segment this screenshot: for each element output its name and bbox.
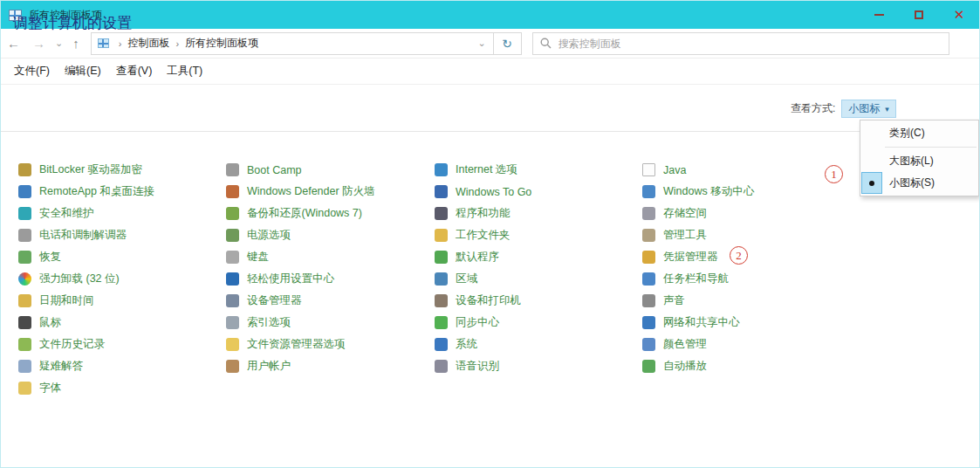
view-by-button[interactable]: 小图标 ▾ <box>841 100 896 118</box>
control-panel-item[interactable]: Windows 移动中心 <box>642 181 852 203</box>
maximize-button[interactable] <box>899 1 939 29</box>
refresh-icon[interactable]: ↻ <box>494 32 522 55</box>
date-time-icon <box>18 294 31 307</box>
keyboard-icon <box>226 251 239 264</box>
menubar-item[interactable]: 文件(F) <box>14 64 50 79</box>
control-panel-item[interactable]: Windows Defender 防火墙 <box>226 181 435 203</box>
control-panel-item[interactable]: 颜色管理 <box>642 334 852 355</box>
view-menu-item-label: 小图标(S) <box>889 176 935 190</box>
control-panel-item[interactable]: 网络和共享中心 <box>642 312 852 334</box>
internet-options-icon <box>435 163 448 176</box>
search-box[interactable] <box>532 32 949 55</box>
menu-gutter <box>861 150 882 172</box>
recent-pages-chevron-icon[interactable]: ⌄ <box>51 38 66 49</box>
control-panel-item[interactable]: 默认程序 <box>435 246 642 268</box>
troubleshooting-icon <box>18 360 31 373</box>
view-menu-item[interactable]: 大图标(L) <box>860 150 978 172</box>
close-button[interactable]: ✕ <box>939 1 979 29</box>
control-panel-item[interactable]: 管理工具 <box>642 224 852 246</box>
control-panel-item[interactable]: BitLocker 驱动器加密 <box>18 159 226 181</box>
control-panel-item[interactable]: 声音 <box>642 290 852 312</box>
up-icon[interactable]: ↑ <box>66 36 86 51</box>
control-panel-item[interactable]: 字体 <box>18 377 226 399</box>
minimize-button[interactable] <box>859 1 899 29</box>
forward-icon[interactable]: → <box>26 36 51 51</box>
storage-spaces-icon <box>642 207 655 220</box>
control-panel-item[interactable]: 安全和维护 <box>18 203 226 224</box>
control-panel-item[interactable]: 键盘 <box>226 246 435 268</box>
control-panel-item[interactable]: 文件历史记录 <box>18 334 226 355</box>
items-column: Internet 选项Windows To Go程序和功能工作文件夹默认程序区域… <box>435 159 642 399</box>
item-label: Internet 选项 <box>456 162 517 177</box>
menubar-item[interactable]: 工具(T) <box>167 64 202 79</box>
control-panel-item[interactable]: 疑难解答 <box>18 355 226 377</box>
bitlocker-drive-icon <box>18 163 31 176</box>
selected-dot-icon <box>869 181 874 186</box>
control-panel-item[interactable]: 备份和还原(Windows 7) <box>226 203 435 224</box>
default-programs-icon <box>435 251 448 264</box>
control-panel-item[interactable]: 设备和打印机 <box>435 290 642 312</box>
window-controls: ✕ <box>859 1 979 29</box>
item-label: 网络和共享中心 <box>663 315 740 330</box>
menubar-item[interactable]: 编辑(E) <box>65 64 101 79</box>
control-panel-item[interactable]: 自动播放 <box>642 355 852 377</box>
control-panel-item[interactable]: 语音识别 <box>435 355 642 377</box>
control-panel-item[interactable]: 文件资源管理器选项 <box>226 334 435 355</box>
control-panel-item[interactable]: 强力卸载 (32 位) <box>18 268 226 290</box>
control-panel-item[interactable]: 轻松使用设置中心 <box>226 268 435 290</box>
navigation-bar: ← → ⌄ ↑ ›控制面板›所有控制面板项 ⌄ ↻ <box>1 29 979 58</box>
item-label: 安全和维护 <box>39 206 94 221</box>
breadcrumb-segment[interactable]: 所有控制面板项 <box>185 36 258 51</box>
item-label: 恢复 <box>39 250 61 265</box>
control-panel-item[interactable]: Internet 选项 <box>435 159 642 181</box>
control-panel-item[interactable]: RemoteApp 和桌面连接 <box>18 181 226 203</box>
item-label: Windows Defender 防火墙 <box>247 184 375 199</box>
item-label: 电话和调制解调器 <box>39 228 127 243</box>
control-panel-item[interactable]: 设备管理器 <box>226 290 435 312</box>
indexing-options-icon <box>226 316 239 329</box>
control-panel-item[interactable]: 区域 <box>435 268 642 290</box>
control-panel-crumb-icon <box>98 38 109 48</box>
item-label: 管理工具 <box>663 228 707 243</box>
menu-gutter <box>861 122 882 144</box>
item-label: 用户帐户 <box>247 359 291 374</box>
address-dropdown-chevron-icon[interactable]: ⌄ <box>478 38 490 49</box>
power-options-icon <box>226 229 239 242</box>
address-bar[interactable]: ›控制面板›所有控制面板项 ⌄ <box>91 32 494 55</box>
menubar-item[interactable]: 查看(V) <box>116 64 153 79</box>
item-label: 系统 <box>456 337 477 352</box>
control-panel-item[interactable]: 工作文件夹 <box>435 224 642 246</box>
item-label: 语音识别 <box>456 359 499 374</box>
control-panel-item[interactable]: 任务栏和导航 <box>642 268 852 290</box>
color-management-icon <box>642 338 655 351</box>
mobility-center-icon <box>642 185 655 198</box>
control-panel-item[interactable]: Java <box>642 159 852 181</box>
control-panel-item[interactable]: Windows To Go <box>435 181 642 203</box>
control-panel-item[interactable]: 电源选项 <box>226 224 435 246</box>
back-icon[interactable]: ← <box>1 36 26 51</box>
firewall-icon <box>226 185 239 198</box>
control-panel-item[interactable]: 程序和功能 <box>435 203 642 224</box>
radio-bullet-icon <box>861 172 882 194</box>
control-panel-item[interactable]: 用户帐户 <box>226 355 435 377</box>
control-panel-item[interactable]: 电话和调制解调器 <box>18 224 226 246</box>
chevron-down-icon: ▾ <box>885 105 889 114</box>
item-label: 区域 <box>456 272 477 286</box>
items-column: JavaWindows 移动中心存储空间管理工具凭据管理器任务栏和导航声音网络和… <box>642 159 852 399</box>
items-column: Boot CampWindows Defender 防火墙备份和还原(Windo… <box>226 159 435 399</box>
view-menu-item[interactable]: 小图标(S) <box>860 172 978 194</box>
breadcrumb-segment[interactable]: 控制面板 <box>127 36 169 51</box>
view-menu-item[interactable]: 类别(C) <box>860 122 978 144</box>
control-panel-item[interactable]: 系统 <box>435 334 642 355</box>
search-input[interactable] <box>559 38 942 50</box>
control-panel-item[interactable]: Boot Camp <box>226 159 435 181</box>
item-label: 颜色管理 <box>663 337 707 352</box>
view-by-value: 小图标 <box>848 101 880 116</box>
control-panel-item[interactable]: 存储空间 <box>642 203 852 224</box>
control-panel-item[interactable]: 索引选项 <box>226 312 435 334</box>
view-menu-item-label: 大图标(L) <box>889 154 934 169</box>
control-panel-item[interactable]: 日期和时间 <box>18 290 226 312</box>
control-panel-item[interactable]: 鼠标 <box>18 312 226 334</box>
control-panel-item[interactable]: 同步中心 <box>435 312 642 334</box>
control-panel-item[interactable]: 恢复 <box>18 246 226 268</box>
